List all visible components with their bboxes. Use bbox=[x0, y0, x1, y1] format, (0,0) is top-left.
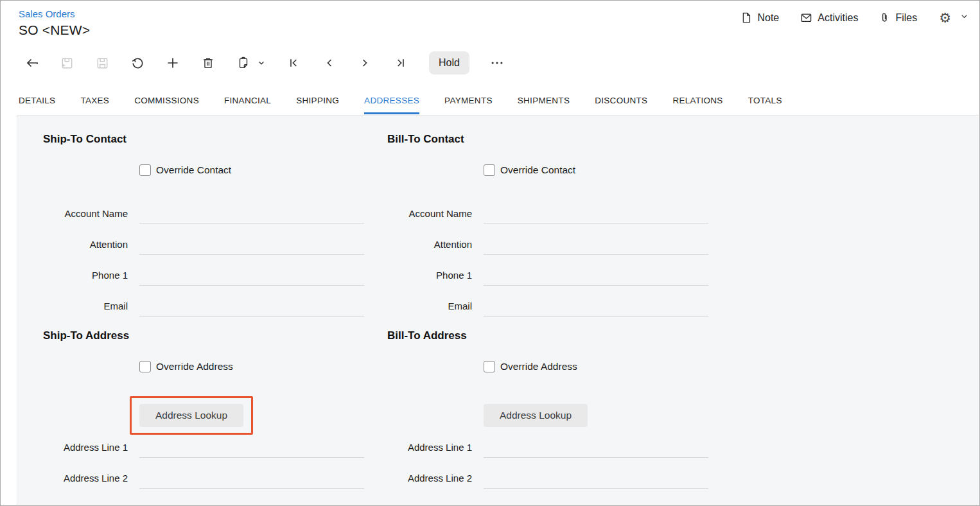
bill-to-contact-section: Bill-To Contact Override Contact Account… bbox=[387, 133, 731, 317]
first-record-button[interactable] bbox=[286, 55, 302, 71]
ship-to-address-address-line-2-row: Address Line 2 bbox=[43, 458, 387, 489]
field-label: City bbox=[43, 503, 128, 505]
tab-taxes[interactable]: TAXES bbox=[80, 91, 109, 114]
bill-to-contact-attention-input[interactable] bbox=[484, 233, 708, 255]
checkbox-label: Override Address bbox=[500, 361, 577, 372]
field-label: Attention bbox=[387, 239, 472, 255]
bill-to-override-contact-checkbox[interactable] bbox=[484, 164, 495, 176]
tab-relations[interactable]: RELATIONS bbox=[672, 91, 722, 114]
ship-to-contact-email-input[interactable] bbox=[139, 295, 364, 317]
copy-icon bbox=[236, 56, 250, 70]
bill-to-override-address-checkbox[interactable] bbox=[484, 361, 495, 372]
activities-label: Activities bbox=[818, 12, 858, 24]
copy-button[interactable] bbox=[236, 55, 251, 71]
back-icon bbox=[24, 55, 39, 71]
ship-to-contact-attention-input[interactable] bbox=[139, 233, 364, 255]
tab-addresses[interactable]: ADDRESSES bbox=[364, 91, 419, 114]
bill-to-contact-phone-1-row: Phone 1 bbox=[387, 255, 731, 286]
address-lookup-wrap: Address Lookup bbox=[474, 396, 597, 435]
record-toolbar: Hold bbox=[24, 51, 505, 75]
bill-to-address-lookup-button[interactable]: Address Lookup bbox=[484, 404, 588, 427]
tab-shipments[interactable]: SHIPMENTS bbox=[518, 91, 570, 114]
ship-to-address-lookup-button[interactable]: Address Lookup bbox=[139, 404, 243, 427]
ship-to-contact-phone-1-input[interactable] bbox=[139, 264, 364, 286]
address-lookup-highlight-box: Address Lookup bbox=[130, 396, 253, 435]
add-new-button[interactable] bbox=[165, 55, 180, 71]
save-close-button[interactable] bbox=[59, 55, 74, 71]
more-icon bbox=[490, 56, 504, 70]
bill-to-contact-account-name-input[interactable] bbox=[484, 202, 708, 224]
ship-to-address-section: Ship-To Address Override Address Address… bbox=[43, 329, 387, 505]
ship-to-contact-account-name-input[interactable] bbox=[139, 202, 364, 224]
bill-to-contact-email-input[interactable] bbox=[484, 295, 708, 317]
field-label: Email bbox=[43, 301, 128, 317]
save-icon bbox=[95, 56, 110, 71]
field-label: Attention bbox=[43, 239, 128, 255]
ship-to-override-address-checkbox[interactable] bbox=[139, 361, 151, 372]
field-label: Phone 1 bbox=[387, 270, 472, 286]
field-label: Address Line 1 bbox=[43, 442, 128, 458]
section-title: Ship-To Address bbox=[43, 329, 387, 342]
last-record-icon bbox=[394, 57, 407, 69]
copy-menu-button[interactable] bbox=[256, 55, 267, 71]
ship-to-address-address-line-1-input[interactable] bbox=[139, 436, 364, 458]
field-label: Account Name bbox=[43, 208, 128, 224]
bill-to-address-address-line-2-row: Address Line 2 bbox=[387, 458, 731, 489]
form-tabs: DETAILSTAXESCOMMISSIONSFINANCIALSHIPPING… bbox=[19, 91, 782, 114]
next-record-button[interactable] bbox=[357, 55, 372, 71]
header-tools: ⚙ bbox=[939, 11, 969, 24]
page-title: SO <NEW> bbox=[19, 22, 90, 38]
section-title: Bill-To Address bbox=[387, 329, 731, 342]
delete-icon bbox=[201, 56, 215, 70]
field-label: Phone 1 bbox=[43, 270, 128, 286]
activities-button[interactable]: Activities bbox=[800, 12, 858, 24]
bill-to-address-address-line-1-input[interactable] bbox=[484, 436, 708, 458]
bill-to-address-address-line-2-input[interactable] bbox=[484, 467, 708, 489]
envelope-icon bbox=[800, 12, 813, 24]
addresses-form-grid: Ship-To Contact Override Contact Account… bbox=[43, 133, 979, 505]
tab-commissions[interactable]: COMMISSIONS bbox=[134, 91, 199, 114]
field-label: Address Line 2 bbox=[43, 473, 128, 489]
back-button[interactable] bbox=[24, 55, 39, 71]
bill-to-address-city-input[interactable] bbox=[484, 498, 708, 505]
save-close-icon bbox=[60, 56, 74, 71]
field-label: Email bbox=[387, 301, 472, 317]
tab-discounts[interactable]: DISCOUNTS bbox=[595, 91, 647, 114]
bill-to-contact-phone-1-input[interactable] bbox=[484, 264, 708, 286]
section-title: Bill-To Contact bbox=[387, 133, 731, 146]
delete-button[interactable] bbox=[200, 55, 216, 71]
note-button[interactable]: Note bbox=[740, 11, 779, 24]
tab-details[interactable]: DETAILS bbox=[19, 91, 55, 114]
last-record-button[interactable] bbox=[392, 55, 408, 71]
chevron-down-icon[interactable] bbox=[959, 12, 969, 24]
field-label: Address Line 2 bbox=[387, 473, 472, 489]
copy-paste-group bbox=[236, 55, 267, 71]
checkbox-label: Override Contact bbox=[156, 164, 231, 176]
ship-to-address-address-line-2-input[interactable] bbox=[139, 467, 364, 489]
ship-to-contact-account-name-row: Account Name bbox=[43, 193, 387, 224]
tab-financial[interactable]: FINANCIAL bbox=[224, 91, 271, 114]
previous-record-button[interactable] bbox=[322, 55, 337, 71]
ship-to-address-city-input[interactable] bbox=[139, 498, 364, 505]
bill-to-contact-attention-row: Attention bbox=[387, 224, 731, 255]
breadcrumb[interactable]: Sales Orders bbox=[19, 8, 75, 19]
more-actions-button[interactable] bbox=[489, 55, 505, 71]
bill-to-contact-account-name-row: Account Name bbox=[387, 193, 731, 224]
save-button[interactable] bbox=[94, 55, 110, 71]
paperclip-icon bbox=[879, 11, 891, 24]
title-block: Sales Orders SO <NEW> bbox=[19, 8, 90, 38]
tab-payments[interactable]: PAYMENTS bbox=[444, 91, 493, 114]
override-contact-row: Override Contact bbox=[139, 162, 387, 178]
sales-orders-window: Sales Orders SO <NEW> Note Activities Fi… bbox=[0, 0, 980, 506]
hold-button[interactable]: Hold bbox=[429, 51, 469, 74]
override-contact-row: Override Contact bbox=[484, 162, 731, 178]
gear-icon[interactable]: ⚙ bbox=[939, 11, 951, 24]
cancel-button[interactable] bbox=[130, 55, 145, 71]
ship-to-override-contact-checkbox[interactable] bbox=[139, 164, 151, 176]
field-label: Address Line 1 bbox=[387, 442, 472, 458]
tab-shipping[interactable]: SHIPPING bbox=[296, 91, 339, 114]
tab-totals[interactable]: TOTALS bbox=[748, 91, 782, 114]
files-label: Files bbox=[895, 12, 917, 24]
checkbox-label: Override Contact bbox=[500, 164, 575, 176]
files-button[interactable]: Files bbox=[879, 11, 917, 24]
